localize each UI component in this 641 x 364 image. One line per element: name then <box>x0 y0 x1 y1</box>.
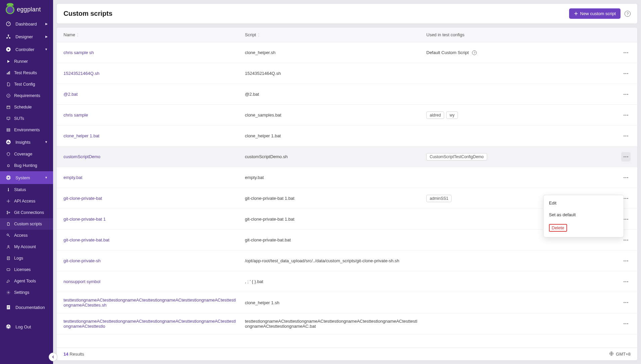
table-row[interactable]: @2.bat@2.bat <box>57 84 637 105</box>
config-tag[interactable]: adminSS1 <box>426 195 452 202</box>
script-name-link[interactable]: chris sample <box>63 112 88 118</box>
script-name-link[interactable]: git-clone-private-bat <box>63 196 102 201</box>
column-header-script[interactable]: Script ↑↓ <box>245 32 259 37</box>
nav-designer[interactable]: Designer ▶ <box>0 30 53 43</box>
nav-status[interactable]: Status <box>0 184 53 195</box>
nav-label: Coverage <box>14 152 32 156</box>
table-row[interactable]: clone_helper 1.batclone_helper 1.bat <box>57 126 637 146</box>
nav-dashboard[interactable]: Dashboard ▶ <box>0 17 53 30</box>
new-custom-script-button[interactable]: New custom script <box>569 8 621 19</box>
nav-insights[interactable]: Insights ▼ <box>0 136 53 148</box>
table-row[interactable]: empty.batempty.bat <box>57 167 637 188</box>
timezone[interactable]: GMT+8 <box>609 351 631 357</box>
table-row[interactable]: chris sampleclone_samples.bataldredwy <box>57 105 637 126</box>
table-row[interactable]: customScriptDemocustomScriptDemo.shCusto… <box>57 146 637 167</box>
script-name-link[interactable]: customScriptDemo <box>63 154 100 159</box>
nav-agent-tools[interactable]: Agent Tools <box>0 275 53 287</box>
row-actions-button[interactable] <box>621 173 631 182</box>
row-actions-button[interactable] <box>621 152 631 162</box>
logo-text: eggplant <box>17 6 41 13</box>
sort-icon: ↑↓ <box>258 33 259 37</box>
svg-point-17 <box>8 165 9 167</box>
table-row[interactable]: git-clone-private-sh/opt/app-root/test_d… <box>57 251 637 271</box>
sidebar: eggplant Dashboard ▶ Designer ▶ Controll… <box>0 0 53 364</box>
nav-label: Test Config <box>14 82 35 87</box>
nav-logs[interactable]: Logs <box>0 253 53 264</box>
nav-access[interactable]: Access <box>0 230 53 241</box>
svg-point-43 <box>627 115 628 116</box>
table-scroll[interactable]: Name ↑↓ Script ↑↓ Used in test configs <box>57 28 637 348</box>
config-tag[interactable]: wy <box>446 111 458 119</box>
table-row[interactable]: testtestlongnameACtesttestlongnameACtest… <box>57 292 637 313</box>
collapse-sidebar-button[interactable] <box>49 353 57 361</box>
script-name-link[interactable]: git-clone-private-bat.bat <box>63 237 110 242</box>
nav-git-connections[interactable]: Git Connections <box>0 207 53 218</box>
nav-suts[interactable]: SUTs <box>0 113 53 124</box>
svg-point-63 <box>626 260 627 261</box>
help-icon[interactable]: ? <box>625 11 631 17</box>
svg-point-33 <box>626 52 627 53</box>
nav-test-config[interactable]: Test Config <box>0 79 53 90</box>
designer-icon <box>5 34 11 40</box>
nav-licenses[interactable]: Licenses <box>0 264 53 275</box>
svg-point-41 <box>624 115 625 116</box>
script-name-link[interactable]: clone_helper 1.bat <box>63 133 99 138</box>
nav-controller[interactable]: Controller ▼ <box>0 43 53 56</box>
table-row[interactable]: testtestlongnameACtesttestlongnameACtest… <box>57 313 637 334</box>
nav-api-access[interactable]: API Access <box>0 195 53 207</box>
nav-coverage[interactable]: Coverage <box>0 148 53 160</box>
table-row[interactable]: chris sample shclone_helper.shDefault Cu… <box>57 42 637 63</box>
script-name-link[interactable]: 15243521464Q.sh <box>63 71 99 76</box>
menu-delete[interactable]: Delete <box>544 221 624 235</box>
row-actions-button[interactable] <box>621 131 631 141</box>
table-row[interactable]: nonsupport symbol, ; ' { }.bat <box>57 271 637 292</box>
nav-bug-hunting[interactable]: Bug Hunting <box>0 160 53 171</box>
row-actions-button[interactable] <box>621 90 631 99</box>
script-name-link[interactable]: empty.bat <box>63 175 82 180</box>
config-tag[interactable]: CustomScriptTestConfigDemo <box>426 153 487 161</box>
nav-schedule[interactable]: Schedule <box>0 101 53 113</box>
nav-test-results[interactable]: Test Results <box>0 67 53 79</box>
row-actions-button[interactable] <box>621 319 631 328</box>
script-file: customScriptDemo.sh <box>245 154 288 159</box>
nav-label: System <box>15 175 30 180</box>
menu-set-default[interactable]: Set as default <box>544 209 624 221</box>
config-tag[interactable]: aldred <box>426 111 444 119</box>
row-actions-button[interactable] <box>621 298 631 307</box>
logs-icon <box>6 256 11 261</box>
svg-point-57 <box>626 219 627 220</box>
nav-my-account[interactable]: My Account <box>0 241 53 253</box>
nav-documentation[interactable]: Documentation <box>0 301 53 314</box>
row-actions-button[interactable] <box>621 256 631 266</box>
nav-environments[interactable]: Environments <box>0 124 53 136</box>
script-name-link[interactable]: git-clone-private-bat 1 <box>63 217 106 222</box>
table-row[interactable]: 15243521464Q.sh15243521464Q.sh <box>57 63 637 84</box>
nav-logout[interactable]: Log Out <box>0 320 53 333</box>
svg-point-40 <box>627 94 628 95</box>
nav-requirements[interactable]: Requirements <box>0 90 53 101</box>
row-actions-button[interactable] <box>621 69 631 78</box>
caret-down-icon: ▼ <box>45 48 48 51</box>
row-actions-button[interactable] <box>621 277 631 286</box>
script-icon <box>6 222 11 226</box>
row-actions-button[interactable] <box>621 48 631 57</box>
script-name-link[interactable]: testtestlongnameACtesttestlongnameACtest… <box>63 319 236 329</box>
svg-point-54 <box>626 198 627 199</box>
button-label: New custom script <box>580 11 616 16</box>
column-header-name[interactable]: Name ↑↓ <box>63 32 78 37</box>
nav-custom-scripts[interactable]: Custom scripts <box>0 218 53 230</box>
script-name-link[interactable]: chris sample sh <box>63 50 94 55</box>
nav-runner[interactable]: Runner <box>0 56 53 67</box>
menu-edit[interactable]: Edit <box>544 197 624 209</box>
script-name-link[interactable]: testtestlongnameACtesttestlongnameACtest… <box>63 298 236 308</box>
svg-point-32 <box>624 52 625 53</box>
nav-system[interactable]: System ▼ <box>0 171 53 184</box>
row-actions-button[interactable] <box>621 110 631 120</box>
info-icon[interactable]: ? <box>472 50 477 55</box>
script-name-link[interactable]: nonsupport symbol <box>63 279 100 284</box>
script-name-link[interactable]: @2.bat <box>63 92 78 97</box>
script-name-link[interactable]: git-clone-private-sh <box>63 258 101 263</box>
svg-point-8 <box>7 94 10 97</box>
nav-settings[interactable]: Settings <box>0 287 53 298</box>
svg-point-62 <box>624 260 625 261</box>
